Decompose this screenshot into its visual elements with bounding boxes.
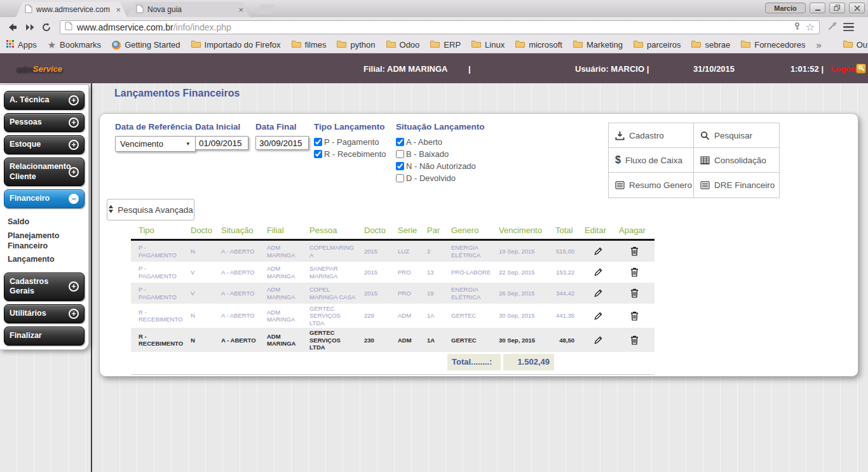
edit-button[interactable] [592, 245, 604, 257]
restore-button[interactable] [829, 3, 845, 13]
folder-icon [386, 40, 396, 50]
cell-situacao: A - ABERTO [217, 288, 263, 298]
checkbox-p-pagamento[interactable] [314, 138, 322, 146]
cell-serie: LUZ [394, 246, 423, 256]
bookmark-folder[interactable]: Fornecedores [741, 40, 805, 50]
checkbox-b-baixado[interactable] [396, 150, 404, 158]
page-body: A. Técnica + Pessoas + Estoque + Relacio… [0, 83, 868, 472]
sort-arrows-icon [108, 205, 114, 215]
bookmark-folder[interactable]: ERP [430, 40, 461, 50]
sidebar-item-pessoas[interactable]: Pessoas + [4, 113, 85, 132]
logout-link[interactable]: Logout [831, 64, 858, 73]
menu-icon[interactable] [843, 23, 854, 32]
sidebar-item-cadastros-gerais[interactable]: Cadastros Gerais + [4, 273, 85, 301]
column-header: Pessoa [306, 226, 360, 235]
delete-button[interactable] [629, 287, 640, 299]
apps-shortcut[interactable]: Apps [6, 40, 37, 50]
list-icon [700, 181, 710, 189]
checkbox-option[interactable]: D - Devolvido [396, 172, 485, 184]
consolidacao-button[interactable]: Consolidação [694, 148, 779, 173]
reload-button[interactable] [38, 20, 55, 35]
checkbox-option[interactable]: R - Recebimento [314, 148, 386, 160]
back-button[interactable] [5, 20, 22, 35]
bookmarks-overflow-chevron[interactable]: » [816, 39, 821, 50]
other-favorites-folder[interactable]: Outros favoritos [843, 40, 868, 50]
fluxo-de-caixa-button[interactable]: $ Fluxo de Caixa [609, 148, 694, 173]
bookmark-folder[interactable]: sebrae [691, 40, 730, 50]
table-icon [700, 156, 710, 165]
cell-genero: ENERGIA ELÉTRICA [447, 243, 495, 260]
delete-button[interactable] [629, 334, 640, 346]
bookmark-folder[interactable]: Marketing [573, 40, 623, 50]
start-date-input[interactable] [195, 136, 248, 150]
cell-situacao: A - ABERTO [217, 246, 263, 256]
edit-button[interactable] [592, 287, 604, 299]
bookmarks-shortcut[interactable]: ★ Bookmarks [48, 40, 101, 50]
bookmark-folder[interactable]: Importado do Firefox [191, 40, 281, 50]
bookmark-star-icon[interactable]: ☆ [806, 22, 815, 32]
bookmark-folder[interactable]: Odoo [386, 40, 420, 50]
sidebar-divider [91, 83, 92, 472]
sidebar-link-planejamento-financeiro[interactable]: Planejamento Financeiro [0, 229, 88, 253]
new-tab-button[interactable] [257, 4, 276, 14]
pesquisar-button[interactable]: Pesquisar [694, 123, 779, 148]
folder-icon [292, 40, 301, 50]
checkbox-option[interactable]: P - Pagamento [314, 136, 386, 148]
autofill-key-icon[interactable] [793, 22, 801, 33]
sidebar-link-lancamento[interactable]: Lançamento [0, 253, 88, 267]
bookmark-folder[interactable]: Linux [471, 40, 505, 50]
column-header: Tipo [135, 226, 187, 235]
cell-serie: PRO [394, 288, 423, 298]
close-button[interactable] [849, 3, 865, 13]
end-date-input[interactable] [255, 136, 309, 150]
address-bar[interactable]: www.admservice.com.br/info/index.php ☆ [60, 20, 820, 34]
bookmark-getting-started[interactable]: Getting Started [112, 40, 180, 50]
sidebar-item-finalizar[interactable]: Finalizar [4, 327, 85, 346]
page-icon [136, 4, 144, 15]
tab-nova-guia[interactable]: Nova guia × [127, 2, 250, 17]
checkbox-option[interactable]: A - Aberto [396, 136, 485, 148]
forward-button[interactable] [22, 20, 38, 35]
cell-docto: V [187, 267, 217, 277]
checkbox-a-aberto[interactable] [396, 138, 404, 146]
delete-button[interactable] [629, 245, 640, 257]
cell-situacao: A - ABERTO [217, 267, 263, 277]
bookmark-folder[interactable]: microsoft [515, 40, 562, 50]
folder-icon [573, 40, 583, 50]
delete-button[interactable] [629, 310, 640, 322]
customize-icon[interactable] [827, 21, 837, 34]
sidebar-item-estoque[interactable]: Estoque + [4, 135, 85, 154]
folder-icon [634, 40, 643, 50]
bookmarks-bar: Apps ★ Bookmarks Getting Started Importa… [0, 37, 868, 53]
advanced-search-button[interactable]: Pesquisa Avançada [107, 199, 194, 220]
sidebar-item-financeiro[interactable]: Financeiro − [4, 189, 85, 208]
delete-button[interactable] [629, 266, 640, 278]
edit-button[interactable] [592, 334, 604, 346]
edit-button[interactable] [592, 266, 604, 278]
sidebar-item-a-tecnica[interactable]: A. Técnica + [4, 91, 85, 110]
reference-date-select[interactable]: Vencimento ▼ [115, 136, 196, 152]
checkbox-option[interactable]: N - Não Autorizado [396, 160, 485, 172]
tab-admservice[interactable]: www.admservice.com.br × [16, 2, 127, 17]
logout-key-icon[interactable] [856, 64, 866, 74]
minimize-button[interactable] [810, 3, 825, 13]
sidebar-item-utilitarios[interactable]: Utilitários + [4, 304, 85, 323]
checkbox-n-nao-autorizado[interactable] [396, 162, 404, 170]
sidebar-item-relacionamento-cliente[interactable]: Relacionamento Cliente + [4, 158, 85, 186]
url-text[interactable]: www.admservice.com.br/info/index.php [77, 22, 231, 32]
cadastro-button[interactable]: Cadastro [609, 123, 694, 148]
bookmark-folder[interactable]: python [337, 40, 375, 50]
bookmark-folder[interactable]: parceiros [634, 40, 681, 50]
edit-button[interactable] [592, 310, 604, 322]
checkbox-r-recebimento[interactable] [314, 150, 322, 158]
bookmark-folder[interactable]: filmes [292, 40, 327, 50]
cell-filial: ADM MARINGA [263, 307, 306, 325]
dre-financeiro-button[interactable]: DRE Financeiro [694, 173, 779, 198]
tab-close-icon[interactable]: × [237, 5, 245, 15]
resumo-genero-button[interactable]: Resumo Genero [609, 173, 694, 198]
checkbox-option[interactable]: B - Baixado [396, 148, 485, 160]
tab-close-icon[interactable]: × [114, 5, 122, 15]
checkbox-d-devolvido[interactable] [396, 174, 404, 182]
profile-button[interactable]: Marcio [765, 3, 806, 13]
sidebar-link-saldo[interactable]: Saldo [0, 215, 88, 229]
